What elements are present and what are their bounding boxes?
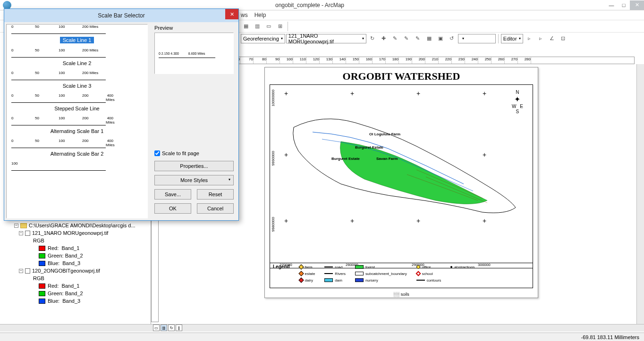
menu-help[interactable]: Help bbox=[254, 12, 266, 18]
tool-icon[interactable]: ▣ bbox=[435, 33, 446, 44]
tool-icon[interactable]: ✎ bbox=[413, 33, 423, 44]
layout-page[interactable]: ORGOBIT WATERSHED ++++ ++++ ++++ N ✦ WE … bbox=[264, 67, 538, 298]
legend: Legend farmestatedairy roadRiversdam for… bbox=[270, 263, 533, 288]
legend-item: dam bbox=[324, 277, 346, 283]
add-control-points-icon[interactable]: ✚ bbox=[379, 33, 389, 44]
scale-bar-option[interactable]: 050100200 MilesScale Line 3 bbox=[8, 73, 145, 95]
y-coord: 9980000 bbox=[271, 217, 275, 232]
collapse-icon[interactable]: − bbox=[19, 231, 23, 235]
tool-icon[interactable]: ↺ bbox=[447, 33, 457, 44]
scale-bar-option[interactable]: 100 bbox=[8, 163, 145, 177]
scale-bar-list[interactable]: 050100200 MilesScale Line 1050100200 Mil… bbox=[6, 24, 148, 218]
map-frame[interactable]: ++++ ++++ ++++ N ✦ WE S bbox=[270, 84, 533, 268]
editor-menu[interactable]: Editor▾ bbox=[501, 34, 523, 43]
legend-item: forest bbox=[355, 264, 407, 270]
tool-icon[interactable]: ✎ bbox=[390, 33, 400, 44]
collapse-icon[interactable]: − bbox=[14, 224, 18, 228]
dialog-close-button[interactable]: ✕ bbox=[225, 9, 238, 19]
layer-checkbox[interactable] bbox=[25, 231, 30, 236]
feature-label: Burguret Estate bbox=[355, 145, 383, 150]
window-title: ongobit_complete - ArcMap bbox=[14, 2, 605, 8]
legend-item: dairy bbox=[299, 277, 315, 283]
edit-tool-icon[interactable]: ▹ bbox=[535, 33, 546, 44]
scale-bar-option[interactable]: 050100200400 MilesAlternating Scale Bar … bbox=[8, 118, 145, 141]
green-swatch bbox=[39, 291, 45, 296]
scale-bar-option[interactable]: 050100200 MilesScale Line 2 bbox=[8, 50, 145, 73]
scale-bar-selector-dialog: Scale Bar Selector ✕ 050100200 MilesScal… bbox=[4, 8, 239, 221]
legend-item: nursery bbox=[355, 277, 407, 283]
refresh-button[interactable]: ↻ bbox=[168, 324, 175, 331]
legend-item: school bbox=[416, 271, 441, 276]
toolbar-button[interactable]: ▥ bbox=[252, 21, 263, 32]
legend-item: Rivers bbox=[324, 271, 346, 276]
blue-swatch bbox=[39, 261, 45, 266]
toc-folder[interactable]: − C:\Users\GRACE AMONDI\Desktop\arcgis d… bbox=[0, 222, 151, 229]
layer-type: RGB bbox=[0, 237, 151, 244]
toc-hscroll[interactable] bbox=[0, 324, 151, 332]
green-swatch bbox=[39, 253, 45, 258]
data-view-button[interactable]: ▭ bbox=[153, 324, 160, 331]
toolbar-button[interactable]: ⊞ bbox=[275, 21, 285, 32]
soils-label: ░░ soils bbox=[393, 292, 409, 297]
toolbar-button[interactable]: ▭ bbox=[263, 21, 274, 32]
toolbar-button[interactable]: ▦ bbox=[241, 21, 251, 32]
preview-label: Preview bbox=[154, 25, 234, 31]
feature-label: Burguret Estate bbox=[331, 157, 360, 161]
legend-item: road bbox=[324, 264, 346, 270]
band-row: Red: Band_1 bbox=[0, 244, 151, 252]
band-row: Blue: Band_3 bbox=[0, 297, 151, 305]
legend-item: farm bbox=[299, 264, 315, 270]
edit-tool-icon[interactable]: ▹ bbox=[524, 33, 534, 44]
legend-item: office bbox=[416, 264, 441, 270]
preview-box: 0 2.150 4.3008.600 Miles bbox=[154, 33, 234, 74]
layer-checkbox[interactable] bbox=[25, 268, 30, 274]
map-hscroll[interactable]: ▭ ▥ ↻ ‖ bbox=[151, 324, 644, 332]
menu-item[interactable]: ws bbox=[241, 12, 248, 18]
minimize-button[interactable]: — bbox=[605, 0, 618, 10]
app-icon bbox=[3, 1, 11, 9]
cancel-button[interactable]: Cancel bbox=[197, 203, 234, 214]
status-bar: -69.81 183.11 Millimeters bbox=[0, 333, 644, 341]
view-link-table-icon[interactable]: ▦ bbox=[424, 33, 434, 44]
scale-to-fit-input[interactable] bbox=[154, 150, 160, 156]
folder-icon bbox=[20, 223, 27, 228]
scale-bar-option[interactable]: 050100200 MilesScale Line 1 bbox=[8, 26, 145, 50]
georef-raster-combo[interactable]: 121_1NARO MORUgeonowprj.tif▾ bbox=[286, 34, 366, 43]
scale-bar-option[interactable]: 050100200400 MilesStepped Scale Line bbox=[8, 95, 145, 118]
feature-label: Savan Farm bbox=[376, 157, 398, 161]
edit-tool-icon[interactable]: ⊡ bbox=[558, 33, 568, 44]
feature-label: Ol Logululu Farm bbox=[369, 132, 400, 136]
georeferencing-menu[interactable]: Georeferencing▾ bbox=[241, 34, 285, 43]
toc-layer[interactable]: − 121_1NARO MORUgeonowprj.tif bbox=[0, 229, 151, 237]
legend-item: subcatchment_boundary bbox=[355, 271, 407, 276]
edit-tool-icon[interactable]: ∠ bbox=[547, 33, 557, 44]
rotate-icon[interactable]: ↻ bbox=[367, 33, 378, 44]
dialog-titlebar[interactable]: Scale Bar Selector ✕ bbox=[4, 9, 238, 22]
y-coord: 10000000 bbox=[271, 90, 275, 107]
empty-combo[interactable]: ▾ bbox=[458, 34, 496, 43]
pause-button[interactable]: ‖ bbox=[176, 324, 182, 331]
red-swatch bbox=[39, 246, 45, 251]
folder-path: C:\Users\GRACE AMONDI\Desktop\arcgis d..… bbox=[29, 223, 136, 228]
collapse-icon[interactable]: − bbox=[19, 269, 23, 273]
reset-button[interactable]: Reset bbox=[197, 189, 234, 200]
blue-swatch bbox=[39, 299, 45, 304]
close-button[interactable]: ✕ bbox=[630, 0, 644, 10]
tool-icon[interactable]: ✎ bbox=[401, 33, 412, 44]
save-button[interactable]: Save... bbox=[154, 189, 191, 200]
maximize-button[interactable]: □ bbox=[618, 0, 630, 10]
scale-to-fit-checkbox[interactable]: Scale to fit page bbox=[154, 150, 234, 156]
legend-item: estate bbox=[299, 271, 315, 276]
legend-item: contours bbox=[416, 277, 441, 283]
map-title: ORGOBIT WATERSHED bbox=[265, 70, 538, 83]
more-styles-button[interactable]: More Styles bbox=[154, 175, 234, 185]
scale-bar-option[interactable]: 050100200400 MilesAlternating Scale Bar … bbox=[8, 141, 145, 163]
watershed-shape bbox=[284, 108, 520, 250]
toc-layer[interactable]: − 120_2ONGOBITgeonowprj.tif bbox=[0, 267, 151, 274]
layer-name: 120_2ONGOBITgeonowprj.tif bbox=[32, 268, 100, 274]
properties-button[interactable]: Properties... bbox=[154, 161, 234, 171]
ok-button[interactable]: OK bbox=[154, 203, 191, 214]
map-vscroll[interactable] bbox=[636, 64, 644, 324]
layout-view-button[interactable]: ▥ bbox=[161, 324, 167, 331]
y-coord: 9990000 bbox=[271, 151, 275, 166]
